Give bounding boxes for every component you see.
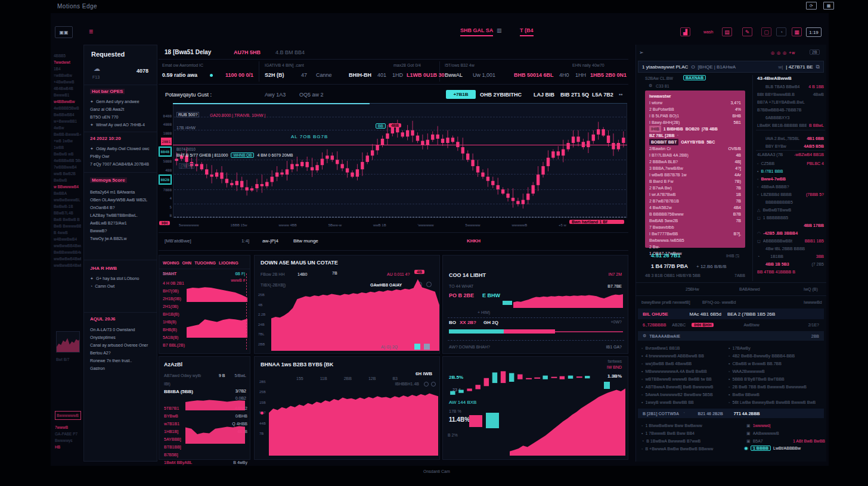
check-item[interactable]: ▪ABTBwwA BwwwB] BwB BwwwwwB xyxy=(641,383,725,391)
detail-row[interactable]: ◦4BBwA BBBB? xyxy=(757,183,824,191)
detail-row[interactable]: BB 4TBB 41BBBB B xyxy=(757,268,824,276)
check-item[interactable]: ▪1wwyB wwwB BwwBB BB xyxy=(641,398,725,406)
rail-item[interactable]: wwB BwB2B xyxy=(54,170,81,177)
rail-item[interactable]: w4BBwwBw xyxy=(54,98,81,105)
detail-row[interactable]: 4BB 1B 5B3(7 2B5 xyxy=(757,260,824,268)
table-row[interactable]: B Bwrd B Fw7B) xyxy=(645,178,745,185)
chart-opt-3[interactable]: BIB 2T1 5Q xyxy=(560,92,589,98)
detail-row[interactable]: IAtA 2.BwL,7B5BL4B1 6BB xyxy=(757,135,824,142)
rail-item[interactable]: 4B4BwB4B xyxy=(54,85,81,92)
detail-row[interactable]: ▪B /7B1 BBB xyxy=(757,167,824,175)
sidebar-item[interactable]: ✦Oday Awby-Owl Ctowed owc xyxy=(90,145,153,152)
rail-item[interactable]: 4wBw xyxy=(54,124,81,131)
buy-button[interactable]: +7B1B xyxy=(446,90,476,99)
detail-row[interactable]: BBBBBBBBB5 xyxy=(757,198,824,206)
check-item[interactable]: ▪17BAwBy xyxy=(728,344,824,352)
tab-2[interactable]: T (B4 xyxy=(520,27,534,36)
check-item[interactable]: ▫5AwwA bwwwwwB2 BwwBww 5B5B xyxy=(641,391,725,398)
list-item[interactable]: ▣B5A71 ABt BwB BwBB xyxy=(746,437,825,445)
rb2-chip[interactable]: IHH BHH xyxy=(692,323,714,327)
candlestick-chart[interactable] xyxy=(174,106,626,217)
rail-item[interactable]: w BBwwwwB4 xyxy=(54,183,81,190)
expand-icon[interactable]: ⧉ xyxy=(816,64,820,70)
rail-item[interactable]: BwB BwwwwBBwL xyxy=(54,223,81,229)
waveform-toggle[interactable]: aw-|P|4 xyxy=(262,238,278,244)
help-icon[interactable]: ◔ xyxy=(776,27,786,36)
sidebar-item[interactable]: Bertou A2? xyxy=(90,349,153,357)
gear-icon[interactable]: ⚙ xyxy=(649,83,652,88)
clipboard-icon[interactable]: ▤ xyxy=(722,27,732,36)
value-item[interactable]: 2H1(0B) xyxy=(163,303,202,310)
rail-item[interactable]: BwBBwBB4 xyxy=(54,111,81,118)
rail-item[interactable]: 4wBBBB5BwB xyxy=(54,105,81,111)
list-item[interactable]: ◔B 1BwBwA BwwwwB B7wwB xyxy=(641,437,731,445)
table-row[interactable]: 2 BuPotwrBB4% xyxy=(645,106,745,113)
check-item[interactable]: ▪BwBw BBwwB xyxy=(728,391,824,398)
chart-icon[interactable]: ▟ xyxy=(680,27,690,36)
rail-item[interactable]: 7wwwB xyxy=(55,424,82,431)
metric-row[interactable]: B7B5B] xyxy=(164,451,247,459)
table-row[interactable]: I Bw7777BwBBB?], xyxy=(645,230,745,237)
option-circle-icon[interactable] xyxy=(431,382,436,387)
rail-item[interactable]: BwBwB-1B xyxy=(54,203,81,210)
option-circle-icon[interactable] xyxy=(424,382,429,387)
sidebar-item[interactable]: PHBy Owr xyxy=(90,152,153,160)
check-item[interactable]: ▫2B BwB 7BB BwB BwwwwB BwwwwwB xyxy=(728,383,824,391)
filter-toggle[interactable]: Bltw munge xyxy=(293,238,318,244)
chart-mode-label[interactable]: OQ5 aw 2 xyxy=(299,92,324,98)
rail-item[interactable]: BwBB-BwwwB-4 xyxy=(54,131,81,138)
rail-item[interactable]: +wB 1wBw xyxy=(54,138,81,144)
detail-row[interactable]: 4Bw tBL 2BBB BBBB xyxy=(757,245,824,253)
rail-item[interactable]: wwBwBwwwBL xyxy=(54,197,81,203)
chart-opt-4[interactable]: L5A 7B2 xyxy=(592,92,613,98)
table-row[interactable]: 4 BwA5B2w4B4 xyxy=(645,204,745,211)
rb-row-2[interactable]: 6.,T2BBBBB AB2BC IHH BHH AwBtww 2/1E? xyxy=(638,320,824,329)
table-row[interactable]: I wBwB BB7B7B 1w4Ar xyxy=(645,172,745,178)
sidebar-item[interactable]: Ganz ai OB Awa2t xyxy=(90,105,153,113)
detail-row[interactable]: BBY BYBw4AB5 B5B xyxy=(757,142,824,150)
rail-item[interactable]: BwBwB wB xyxy=(54,151,81,157)
rail-item[interactable]: w4BwwBwB4 xyxy=(54,236,81,242)
sidebar-item[interactable]: LAZBay TwBBTBBmBwL. xyxy=(90,211,153,219)
sidebar-item[interactable]: ✦Gem Aed utyry andwee xyxy=(90,98,153,105)
sidebar-item[interactable]: 7 eQy 7007 AOAB4/BA 207B4B xyxy=(90,160,153,168)
right-count-badge[interactable]: 2B xyxy=(810,49,820,55)
rail-item[interactable]: 1wBB xyxy=(54,144,81,151)
app-logo[interactable]: ▣▣ xyxy=(55,26,73,38)
panel-alert-badge[interactable]: 4B xyxy=(414,270,424,274)
list-item[interactable]: ▫1 BtwwBwBww Bww BwBwww xyxy=(641,422,731,429)
chart-symbol-box[interactable]: RUB 500? xyxy=(176,112,199,117)
rb-section-bar[interactable]: ⚙ TBAAAABwAIE 2BB xyxy=(638,331,824,341)
table-row[interactable]: I Bawy-BHH(2B)5B1 xyxy=(645,119,745,126)
sidebar-item[interactable]: TwwOy jw A BB2Lw xyxy=(90,235,153,242)
rail-item[interactable]: BwBwB xyxy=(54,177,81,183)
check-item[interactable]: ▪5BBB B'ByBTBwB BwTBBB xyxy=(728,375,824,383)
detail-row[interactable]: ▫Bww4-7wBB xyxy=(757,175,824,183)
table-row[interactable]: I B7/7LBIAB 4A 2BB)4B xyxy=(645,152,745,158)
detail-row[interactable]: LBwBK BB1B-BBBBB BBBwB BBwL xyxy=(757,122,824,129)
window-grid-icon[interactable]: ▦ xyxy=(823,2,834,10)
detail-row[interactable]: 6ABBBBXY3 xyxy=(757,114,824,122)
table-row[interactable]: I wtorw3,4?1 xyxy=(645,99,745,106)
rail-item[interactable]: BwBBA xyxy=(54,190,81,197)
rb-badge-row[interactable]: ◉ 1 BBBB LwBt/ABBBBw xyxy=(744,446,801,451)
sidebar-item[interactable]: AwBLwB B2?3/Aw1 xyxy=(90,219,153,227)
detail-row[interactable]: ◠-42B5 .BB 3BBB4 xyxy=(757,229,824,237)
sidebar-item[interactable]: OBen OLAwy/W5B AwB WB2L xyxy=(90,196,153,204)
detail-row[interactable]: ◔1B1BB3BB xyxy=(757,253,824,260)
sidebar-item[interactable]: OnOanB4 B? xyxy=(90,204,153,211)
document-icon[interactable]: ▢ xyxy=(761,27,771,36)
rail-item[interactable]: B 4wwB xyxy=(54,229,81,236)
list-item[interactable]: ▪1 7BwwwB BwB Bww BB4 xyxy=(641,429,731,437)
rail-item[interactable]: wwBwwBB4BwwB xyxy=(54,242,81,249)
rail-item[interactable]: wwBwBwB4BwB xyxy=(54,256,81,262)
strip-b[interactable]: BABAtwwd xyxy=(739,287,760,291)
rail-item[interactable]: HB xyxy=(55,444,82,450)
rail-item[interactable]: BwwwB1 xyxy=(54,92,81,98)
rail-item[interactable]: BBwB7L4B xyxy=(54,210,81,216)
table-row[interactable]: I B 5LPAB BO)1BHB xyxy=(645,113,745,119)
rail-item[interactable]: 4BBB5 xyxy=(54,52,81,59)
table-row[interactable]: I wr.A7B7BwB1B xyxy=(645,191,745,198)
sidebar-item[interactable]: ◔Camn Owt xyxy=(90,282,153,290)
panel-tab[interactable]: LIOOHNG xyxy=(219,259,238,267)
